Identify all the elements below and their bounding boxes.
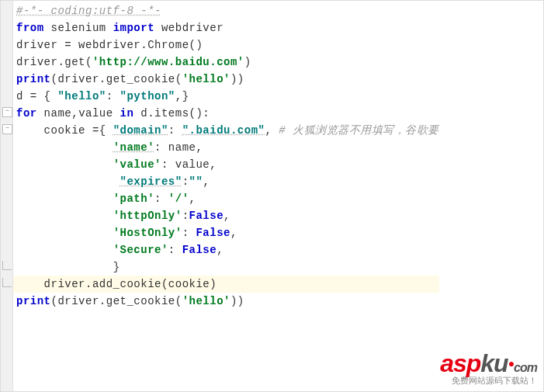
code-line: driver = webdriver.Chrome() (16, 36, 439, 54)
code-line: #-*- coding:utf-8 -*- (16, 2, 439, 19)
code-line: "expires":"", (16, 173, 439, 190)
code-line: d = { "hello": "python",} (16, 88, 439, 105)
code-line: } (16, 258, 439, 276)
code-line: print(driver.get_cookie('hello')) (16, 71, 439, 88)
watermark-brand-gray: ku (480, 349, 508, 377)
code-line: 'path': '/', (16, 190, 439, 207)
watermark-domain: com (514, 361, 537, 374)
fold-end-icon (2, 278, 12, 287)
fold-gutter (1, 1, 13, 391)
code-editor: #-*- coding:utf-8 -*- from selenium impo… (0, 0, 544, 392)
code-line: 'Secure': False, (16, 241, 439, 258)
fold-toggle-line7[interactable] (2, 107, 12, 117)
code-line: 'httpOnly':False, (16, 207, 439, 224)
code-line: from selenium import webdriver (16, 19, 439, 36)
code-line: 'name': name, (16, 139, 439, 156)
code-line: cookie ={ "domain": ".baidu.com", # 火狐浏览… (16, 122, 439, 139)
watermark-brand-red: asp (440, 349, 480, 377)
watermark-logo: aspku●com 免费网站源码下载站！ (440, 349, 537, 387)
code-line: 'HostOnly': False, (16, 224, 439, 241)
code-line: 'value': value, (16, 156, 439, 173)
fold-end-icon (2, 261, 12, 270)
code-line: for name,value in d.items(): (16, 105, 439, 122)
fold-toggle-line8[interactable] (2, 124, 12, 134)
watermark-subtitle: 免费网站源码下载站！ (440, 375, 537, 387)
code-line: print(driver.get_cookie('hello')) (16, 293, 439, 310)
watermark-dot-icon: ● (508, 357, 514, 369)
code-area[interactable]: #-*- coding:utf-8 -*- from selenium impo… (13, 1, 439, 310)
code-line-active: driver.add_cookie(cookie) (13, 276, 439, 293)
code-line: driver.get('http://www.baidu.com') (16, 54, 439, 71)
